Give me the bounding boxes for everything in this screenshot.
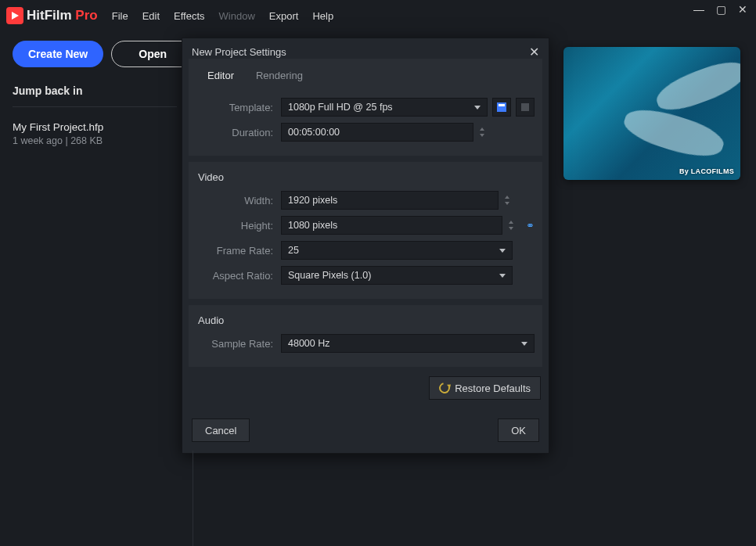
row-sample-rate: Sample Rate: 48000 Hz (196, 332, 535, 354)
height-stepper[interactable] (506, 221, 517, 230)
dialog-close-icon[interactable]: ✕ (529, 45, 539, 59)
maximize-icon[interactable]: ▢ (714, 3, 728, 16)
play-icon (6, 7, 23, 24)
preview-thumbnail[interactable]: By LACOFILMS (563, 47, 740, 180)
menu-file[interactable]: File (112, 10, 128, 22)
label-aspect-ratio: Aspect Ratio: (196, 270, 281, 282)
audio-section-title: Audio (196, 311, 535, 332)
video-section-title: Video (196, 168, 535, 189)
audio-section: Audio Sample Rate: 48000 Hz (189, 305, 542, 367)
aspect-ratio-select[interactable]: Square Pixels (1.0) (281, 266, 513, 285)
row-template: Template: 1080p Full HD @ 25 fps (196, 96, 535, 118)
svg-marker-0 (12, 12, 19, 20)
dialog-title: New Project Settings (192, 46, 286, 58)
refresh-icon (437, 380, 452, 395)
thumbnail-credit: By LACOFILMS (679, 167, 734, 175)
height-input[interactable]: 1080 pixels (281, 216, 502, 235)
minimize-icon[interactable]: — (692, 3, 706, 16)
template-select[interactable]: 1080p Full HD @ 25 fps (281, 98, 488, 117)
duration-input[interactable]: 00:05:00:00 (281, 123, 473, 142)
app-logo: HitFilm Pro (6, 7, 98, 24)
window-controls: — ▢ ✕ (692, 3, 750, 16)
row-aspect-ratio: Aspect Ratio: Square Pixels (1.0) (196, 264, 535, 286)
create-new-button[interactable]: Create New (13, 41, 103, 67)
save-icon (497, 102, 506, 112)
restore-label: Restore Defaults (455, 383, 531, 394)
dialog-footer: Cancel OK (182, 411, 549, 453)
sample-rate-select[interactable]: 48000 Hz (281, 334, 535, 353)
width-value: 1920 pixels (288, 195, 337, 206)
main-menu: File Edit Effects Window Export Help (112, 10, 333, 22)
label-width: Width: (196, 195, 281, 207)
row-width: Width: 1920 pixels (196, 189, 535, 211)
dialog-body: Editor Rendering Template: 1080p Full HD… (182, 59, 549, 411)
duration-stepper[interactable] (477, 128, 488, 137)
save-template-button[interactable] (492, 98, 511, 117)
label-height: Height: (196, 220, 281, 232)
dialog-tabs: Editor Rendering (189, 59, 542, 88)
trash-icon (521, 103, 529, 111)
logo-word: HitFilm (27, 8, 72, 23)
width-input[interactable]: 1920 pixels (281, 191, 499, 210)
logo-suffix: Pro (75, 8, 97, 23)
chevron-down-icon (474, 106, 481, 110)
duration-value: 00:05:00:00 (288, 127, 340, 138)
chevron-down-icon (499, 249, 506, 253)
template-value: 1080p Full HD @ 25 fps (288, 102, 393, 113)
jump-divider (13, 106, 177, 107)
label-template: Template: (196, 102, 281, 113)
panel-divider[interactable] (193, 451, 193, 546)
row-frame-rate: Frame Rate: 25 (196, 239, 535, 261)
frame-rate-value: 25 (288, 245, 299, 256)
menu-help[interactable]: Help (312, 10, 333, 22)
ok-button[interactable]: OK (498, 418, 539, 442)
row-duration: Duration: 00:05:00:00 (196, 121, 535, 143)
chevron-down-icon (521, 342, 527, 346)
titlebar: HitFilm Pro File Edit Effects Window Exp… (0, 0, 756, 31)
video-section: Video Width: 1920 pixels Height: 1080 pi… (189, 162, 542, 299)
label-duration: Duration: (196, 127, 281, 138)
aspect-ratio-value: Square Pixels (1.0) (288, 270, 371, 281)
editor-section: Editor Rendering Template: 1080p Full HD… (189, 59, 542, 156)
restore-defaults-button[interactable]: Restore Defaults (429, 376, 541, 400)
restore-row: Restore Defaults (189, 373, 542, 403)
close-icon[interactable]: ✕ (736, 3, 750, 16)
tab-editor[interactable]: Editor (196, 63, 245, 88)
delete-template-button[interactable] (516, 98, 535, 117)
height-value: 1080 pixels (288, 220, 337, 231)
menu-effects[interactable]: Effects (174, 10, 205, 22)
sample-rate-value: 48000 Hz (288, 338, 330, 349)
label-sample-rate: Sample Rate: (196, 338, 281, 350)
app-window: HitFilm Pro File Edit Effects Window Exp… (0, 0, 756, 546)
tab-rendering[interactable]: Rendering (245, 63, 314, 88)
cancel-button[interactable]: Cancel (192, 418, 250, 442)
chevron-down-icon (499, 274, 506, 278)
frame-rate-select[interactable]: 25 (281, 241, 513, 260)
app-name: HitFilm Pro (27, 8, 98, 23)
label-frame-rate: Frame Rate: (196, 245, 281, 257)
menu-window[interactable]: Window (219, 10, 255, 22)
menu-edit[interactable]: Edit (142, 10, 160, 22)
new-project-dialog: New Project Settings ✕ Editor Rendering … (182, 38, 549, 454)
row-height: Height: 1080 pixels ⚭ (196, 214, 535, 236)
width-stepper[interactable] (502, 196, 513, 205)
menu-export[interactable]: Export (269, 10, 299, 22)
link-aspect-icon[interactable]: ⚭ (526, 220, 535, 232)
